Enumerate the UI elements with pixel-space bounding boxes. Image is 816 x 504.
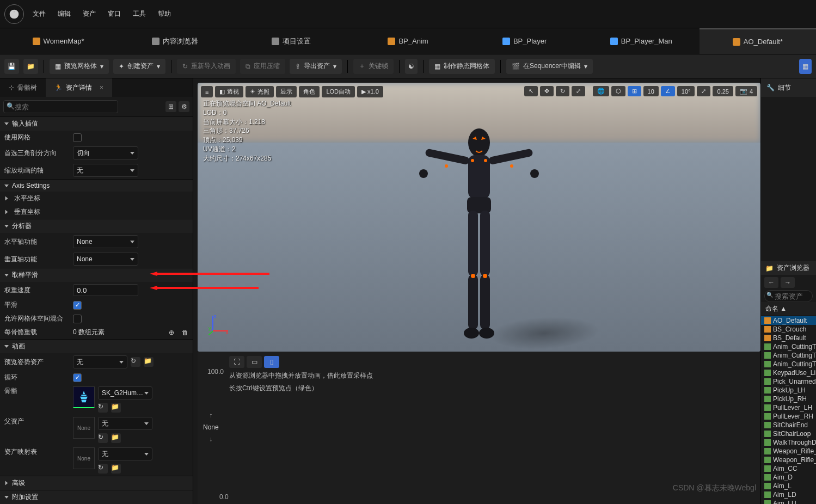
vp-scale-value[interactable]: 0.25 (713, 86, 733, 96)
asset-item[interactable]: Aim_D (761, 473, 816, 482)
use-selected-mapping[interactable]: ↻ (98, 464, 108, 474)
menu-window[interactable]: 窗口 (108, 9, 121, 19)
section-input-interp[interactable]: 输入插值 (0, 116, 193, 131)
browse-skel[interactable]: 📁 (111, 403, 121, 413)
skeleton-thumb[interactable] (73, 386, 95, 408)
details-search-input[interactable] (3, 100, 118, 113)
doc-tab[interactable]: BP_Player_Man (583, 28, 700, 54)
smooth-checkbox[interactable] (73, 301, 82, 310)
parent-thumb[interactable]: None (73, 417, 95, 439)
vp-rotate-button[interactable]: ↻ (556, 86, 569, 96)
asset-item[interactable]: Aim_LD (761, 490, 816, 499)
section-additive[interactable]: 附加设置 (0, 490, 193, 504)
section-animation[interactable]: 动画 (0, 339, 193, 353)
doc-tab[interactable]: 内容浏览器 (116, 28, 233, 54)
section-axis-settings[interactable]: Axis Settings (0, 179, 193, 192)
vp-lod-button[interactable]: LOD自动 (322, 86, 355, 97)
skeleton-dropdown[interactable]: SK_G2Human_Sk (98, 386, 152, 399)
grid-view-button[interactable]: ⊞ (165, 101, 176, 112)
yinyang-button[interactable]: ☯ (405, 59, 418, 74)
ue-logo[interactable] (4, 4, 24, 24)
asset-item[interactable]: BS_Default (761, 334, 816, 342)
vp-lighting-button[interactable]: ☀光照 (246, 86, 274, 97)
use-selected-button[interactable]: ↻ (131, 357, 140, 367)
vp-angle-value[interactable]: 10° (677, 86, 695, 96)
vp-surface-snap-button[interactable]: ⬡ (611, 86, 625, 96)
asset-item[interactable]: Aim_CC (761, 464, 816, 473)
export-asset-button[interactable]: ⇪导出资产▾ (290, 59, 342, 74)
vp-scale-button[interactable]: ⤢ (572, 86, 585, 96)
browse-button[interactable]: 📁 (23, 59, 38, 74)
vp-menu-button[interactable]: ≡ (201, 86, 213, 97)
apply-compress-button[interactable]: ⧉应用压缩 (240, 59, 285, 74)
asset-item[interactable]: Anim_CuttingT (761, 342, 816, 351)
tab-skeleton-tree[interactable]: ⊹骨骼树 (0, 78, 46, 97)
h-axis-fn-dropdown[interactable]: None (73, 235, 138, 248)
viewport[interactable]: ≡ ◧透视 ☀光照 显示 角色 LOD自动 ▶ x1.0 ↖ ✥ ↻ ⤢ 🌐 ⬡… (198, 83, 760, 352)
blendspace-graph[interactable]: ⛶ ▭ ▯ 100.0 从资源浏览器中拖拽并放置动画，借此放置采样点 长按Ctr… (198, 352, 760, 504)
asset-item[interactable]: BS_Crouch (761, 325, 816, 334)
asset-item[interactable]: Pick_Unarmed (761, 377, 816, 386)
keyframe-button[interactable]: ＋关键帧 (353, 59, 394, 74)
asset-item[interactable]: Anim_CuttingT (761, 351, 816, 360)
browse-mapping[interactable]: 📁 (111, 464, 121, 474)
asset-item[interactable]: KeypadUse_Li (761, 368, 816, 377)
vp-grid-snap-button[interactable]: ⊞ (628, 86, 641, 96)
tab-details-right[interactable]: 🔧细节 (761, 78, 816, 97)
trash-button[interactable]: 🗑 (182, 329, 188, 336)
settings-button[interactable]: ⚙ (179, 101, 189, 112)
menu-asset[interactable]: 资产 (83, 9, 96, 19)
asset-item[interactable]: Weapon_Rifle_ (761, 456, 816, 464)
asset-list[interactable]: AO_DefaultBS_CrouchBS_DefaultAnim_Cuttin… (761, 316, 816, 504)
menu-help[interactable]: 帮助 (158, 9, 171, 19)
parent-dropdown[interactable]: 无 (98, 417, 152, 430)
doc-tab[interactable]: AO_Default* (700, 28, 816, 54)
layout-button[interactable]: ▦ (799, 59, 812, 74)
fit-vertical-button[interactable]: ▯ (264, 356, 279, 368)
vp-move-button[interactable]: ✥ (540, 86, 554, 96)
tri-dir-dropdown[interactable]: 切向 (73, 146, 138, 159)
browse-to-button[interactable]: 📁 (144, 357, 154, 367)
vp-play-button[interactable]: ▶ x1.0 (357, 86, 383, 97)
nav-back-button[interactable]: ← (764, 277, 778, 288)
prop-h-coord[interactable]: 水平坐标 (14, 194, 79, 203)
asset-item[interactable]: PickUp_RH (761, 395, 816, 403)
close-icon[interactable]: × (100, 84, 103, 91)
asset-item[interactable]: PullLever_LH (761, 403, 816, 412)
asset-item[interactable]: Anim_CuttingT (761, 360, 816, 368)
weight-speed-input[interactable] (73, 284, 138, 296)
section-advanced[interactable]: 高级 (0, 476, 193, 490)
col-header-name[interactable]: 命名 ▲ (761, 302, 816, 316)
menu-tool[interactable]: 工具 (133, 9, 146, 19)
asset-item[interactable]: SitChairEnd (761, 421, 816, 429)
vp-angle-snap-button[interactable]: ∠ (661, 86, 675, 96)
mapping-dropdown[interactable]: 无 (98, 447, 152, 460)
vp-perspective-button[interactable]: ◧透视 (215, 86, 243, 97)
vp-grid-value[interactable]: 10 (643, 86, 659, 96)
asset-browser-header[interactable]: 📁资产浏览器 (761, 261, 816, 275)
section-sample-smoothing[interactable]: 取样平滑 (0, 268, 193, 282)
asset-item[interactable]: Aim_L (761, 482, 816, 490)
vp-select-button[interactable]: ↖ (524, 86, 538, 96)
vp-show-button[interactable]: 显示 (276, 86, 297, 97)
asset-item[interactable]: PickUp_LH (761, 386, 816, 395)
preview-pose-dropdown[interactable]: 无 (73, 355, 127, 368)
loop-checkbox[interactable] (73, 373, 82, 382)
save-button[interactable]: 💾 (4, 59, 19, 74)
section-analyzer[interactable]: 分析器 (0, 219, 193, 233)
vp-scale-snap-button[interactable]: ⤢ (697, 86, 710, 96)
create-asset-button[interactable]: ✦创建资产▾ (113, 59, 165, 74)
menu-file[interactable]: 文件 (33, 9, 46, 19)
nav-forward-button[interactable]: → (781, 277, 795, 288)
use-selected-parent[interactable]: ↻ (98, 433, 108, 443)
doc-tab[interactable]: BP_Player (467, 28, 583, 54)
edit-in-sequencer-button[interactable]: 🎬在Sequencer中编辑▾ (506, 59, 593, 74)
fit-button[interactable]: ⛶ (229, 356, 244, 368)
asset-item[interactable]: PullLever_RH (761, 412, 816, 421)
scale-axis-dropdown[interactable]: 无 (73, 164, 138, 177)
vp-world-button[interactable]: 🌐 (593, 86, 609, 96)
doc-tab[interactable]: 项目设置 (233, 28, 349, 54)
asset-item[interactable]: Aim_LU (761, 499, 816, 504)
asset-item[interactable]: Weapon_Rifle_ (761, 447, 816, 456)
fit-horizontal-button[interactable]: ▭ (247, 356, 262, 368)
